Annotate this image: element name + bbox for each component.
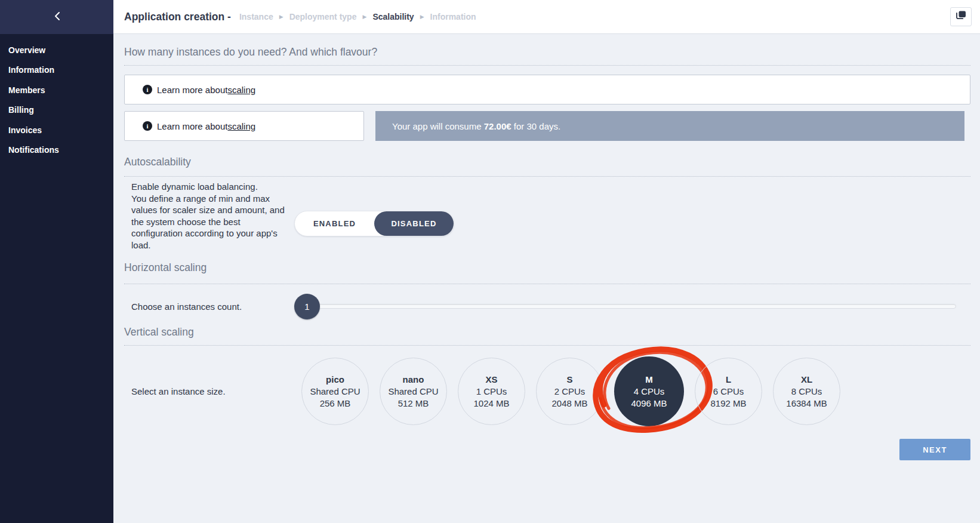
horizontal-scaling-heading: Horizontal scaling xyxy=(124,262,970,274)
size-ram: 512 MB xyxy=(398,398,429,410)
size-option-s[interactable]: S 2 CPUs 2048 MB xyxy=(536,358,603,425)
size-option-nano[interactable]: nano Shared CPU 512 MB xyxy=(380,358,447,425)
instance-size-label: Select an instance size. xyxy=(131,386,288,396)
breadcrumb-arrow-icon: ▶ xyxy=(420,14,424,20)
size-ram: 16384 MB xyxy=(786,398,827,410)
size-ram: 4096 MB xyxy=(631,398,667,410)
scaling-link[interactable]: scaling xyxy=(227,85,255,95)
size-option-m-selected[interactable]: M 4 CPUs 4096 MB xyxy=(614,356,684,426)
info-icon: i xyxy=(143,85,152,94)
price-amount: 72.00€ xyxy=(484,121,511,131)
vertical-scaling-heading: Vertical scaling xyxy=(124,326,970,339)
size-name: XS xyxy=(485,374,497,386)
sidebar-item-invoices[interactable]: Invoices xyxy=(8,120,105,140)
price-text-prefix: Your app will consume xyxy=(392,121,484,131)
size-name: XL xyxy=(801,374,812,386)
size-cpu: Shared CPU xyxy=(388,386,438,398)
breadcrumb-step-scalability[interactable]: Scalability xyxy=(372,12,414,21)
instances-count-slider[interactable]: 1 xyxy=(294,294,970,319)
sidebar-item-billing[interactable]: Billing xyxy=(8,100,105,121)
scaling-link[interactable]: scaling xyxy=(227,121,255,131)
sidebar-item-overview[interactable]: Overview xyxy=(8,40,105,60)
divider xyxy=(124,345,970,346)
toggle-disabled-option[interactable]: DISABLED xyxy=(374,211,454,236)
breadcrumb-arrow-icon: ▶ xyxy=(362,14,366,20)
chat-button[interactable] xyxy=(950,7,972,26)
sidebar-collapse-button[interactable] xyxy=(0,0,113,34)
scaling-info-banner-2: i Learn more about scaling xyxy=(124,111,364,141)
page-title: Application creation - xyxy=(124,11,231,23)
toggle-enabled-option[interactable]: ENABLED xyxy=(295,211,374,236)
instance-size-options: pico Shared CPU 256 MB nano Shared CPU 5… xyxy=(301,356,840,426)
application-creation-page: Overview Information Members Billing Inv… xyxy=(0,0,980,523)
size-ram: 256 MB xyxy=(320,398,351,410)
size-name: M xyxy=(645,374,653,386)
size-cpu: 1 CPUs xyxy=(476,386,507,398)
size-cpu: 6 CPUs xyxy=(713,386,744,398)
sidebar-nav: Overview Information Members Billing Inv… xyxy=(0,34,113,160)
slider-handle[interactable]: 1 xyxy=(294,294,320,319)
divider xyxy=(124,176,970,177)
chat-icon xyxy=(955,10,967,23)
size-option-xs[interactable]: XS 1 CPUs 1024 MB xyxy=(458,358,525,425)
scalability-step-content: How many instances do you need? And whic… xyxy=(113,34,980,523)
size-option-pico[interactable]: pico Shared CPU 256 MB xyxy=(301,358,369,425)
slider-track[interactable] xyxy=(295,304,956,309)
next-button[interactable]: NEXT xyxy=(899,439,970,460)
header: Application creation - Instance ▶ Deploy… xyxy=(113,0,980,34)
size-name: pico xyxy=(326,374,344,386)
breadcrumb-step-information[interactable]: Information xyxy=(430,12,476,21)
autoscalability-description: Enable dynamic load balancing. You defin… xyxy=(131,181,288,251)
scaling-info-banner: i Learn more about scaling xyxy=(124,75,970,104)
info-text: Learn more about xyxy=(157,85,227,95)
flavour-question-heading: How many instances do you need? And whic… xyxy=(124,46,970,59)
instances-count-label: Choose an instances count. xyxy=(131,302,288,312)
info-text: Learn more about xyxy=(157,121,227,131)
breadcrumb-arrow-icon: ▶ xyxy=(279,14,283,20)
autoscalability-heading: Autoscalability xyxy=(124,156,970,168)
divider xyxy=(124,284,970,284)
breadcrumb: Instance ▶ Deployment type ▶ Scalability… xyxy=(239,12,476,21)
sidebar-item-members[interactable]: Members xyxy=(8,80,105,100)
size-option-l[interactable]: L 6 CPUs 8192 MB xyxy=(695,358,762,425)
size-cpu: Shared CPU xyxy=(310,386,360,398)
sidebar-item-information[interactable]: Information xyxy=(8,60,105,81)
autoscalability-description-line2: You define a range of min and max values… xyxy=(131,193,288,251)
breadcrumb-step-instance[interactable]: Instance xyxy=(239,12,273,21)
size-ram: 1024 MB xyxy=(473,398,509,410)
autoscalability-toggle: ENABLED DISABLED xyxy=(294,211,454,236)
price-text-suffix: for 30 days. xyxy=(511,121,561,131)
divider xyxy=(124,65,970,66)
size-cpu: 4 CPUs xyxy=(634,386,665,398)
size-option-xl[interactable]: XL 8 CPUs 16384 MB xyxy=(773,358,840,425)
sidebar-item-notifications[interactable]: Notifications xyxy=(8,140,105,161)
size-ram: 2048 MB xyxy=(551,398,587,410)
size-ram: 8192 MB xyxy=(710,398,746,410)
size-cpu: 2 CPUs xyxy=(554,386,585,398)
chevron-left-icon xyxy=(54,11,60,23)
info-icon: i xyxy=(143,121,152,131)
size-name: nano xyxy=(403,374,424,386)
sidebar: Overview Information Members Billing Inv… xyxy=(0,0,113,523)
breadcrumb-step-deployment-type[interactable]: Deployment type xyxy=(289,12,357,21)
price-banner: Your app will consume 72.00€ for 30 days… xyxy=(375,111,964,141)
size-name: S xyxy=(566,374,572,386)
size-name: L xyxy=(726,374,731,386)
autoscalability-description-line1: Enable dynamic load balancing. xyxy=(131,181,288,193)
size-cpu: 8 CPUs xyxy=(791,386,822,398)
